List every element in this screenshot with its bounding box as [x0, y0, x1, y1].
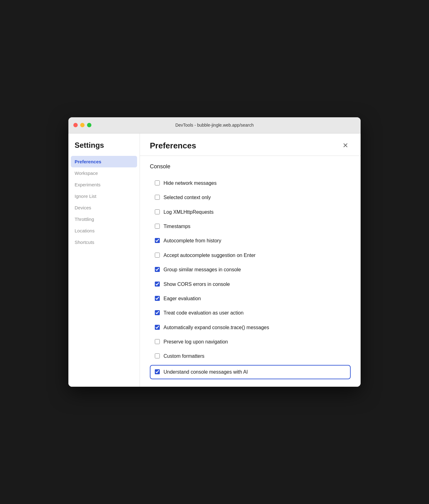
checkbox-label-log-xmlhttp: Log XMLHttpRequests	[164, 209, 214, 216]
checkbox-show-cors[interactable]	[155, 282, 160, 287]
close-traffic-light[interactable]	[73, 123, 78, 127]
sidebar-item-shortcuts[interactable]: Shortcuts	[68, 236, 140, 248]
sidebar-item-devices[interactable]: Devices	[68, 202, 140, 213]
checkbox-item-group-similar[interactable]: Group similar messages in console	[150, 263, 351, 277]
checkbox-label-show-cors: Show CORS errors in console	[164, 281, 230, 288]
checkbox-label-preserve-log: Preserve log upon navigation	[164, 338, 228, 345]
titlebar: DevTools - bubble-jingle.web.app/search	[68, 117, 361, 133]
sidebar-item-preferences[interactable]: Preferences	[71, 156, 137, 167]
traffic-lights	[73, 123, 91, 127]
sidebar-nav: PreferencesWorkspaceExperimentsIgnore Li…	[68, 156, 140, 248]
close-button[interactable]: ✕	[340, 141, 351, 150]
main-panel: Preferences ✕ Console Hide network messa…	[140, 133, 361, 387]
checkbox-item-autocomplete-history[interactable]: Autocomplete from history	[150, 234, 351, 248]
sidebar-item-experiments[interactable]: Experiments	[68, 179, 140, 190]
sidebar-item-ignore-list[interactable]: Ignore List	[68, 190, 140, 202]
maximize-traffic-light[interactable]	[87, 123, 91, 127]
checkbox-label-treat-code: Treat code evaluation as user action	[164, 310, 243, 316]
checkbox-preserve-log[interactable]	[155, 339, 160, 344]
sidebar-item-workspace[interactable]: Workspace	[68, 167, 140, 179]
minimize-traffic-light[interactable]	[80, 123, 85, 127]
page-title: Preferences	[150, 141, 196, 151]
checkbox-item-understand-console[interactable]: Understand console messages with AI	[150, 365, 351, 379]
checkbox-selected-context[interactable]	[155, 195, 160, 200]
checkbox-item-treat-code[interactable]: Treat code evaluation as user action	[150, 306, 351, 320]
content-area: Settings PreferencesWorkspaceExperiments…	[68, 133, 361, 387]
scroll-area[interactable]: Console Hide network messagesSelected co…	[140, 156, 361, 387]
checkbox-item-eager-evaluation[interactable]: Eager evaluation	[150, 292, 351, 306]
checkbox-item-timestamps[interactable]: Timestamps	[150, 219, 351, 234]
checkbox-item-accept-autocomplete[interactable]: Accept autocomplete suggestion on Enter	[150, 248, 351, 263]
checkbox-item-hide-network[interactable]: Hide network messages	[150, 176, 351, 190]
sidebar-item-throttling[interactable]: Throttling	[68, 213, 140, 225]
checkbox-log-xmlhttp[interactable]	[155, 209, 160, 214]
sidebar-item-locations[interactable]: Locations	[68, 225, 140, 236]
checkbox-item-selected-context[interactable]: Selected context only	[150, 190, 351, 205]
checkbox-eager-evaluation[interactable]	[155, 296, 160, 301]
checkbox-label-group-similar: Group similar messages in console	[164, 266, 241, 273]
window-title: DevTools - bubble-jingle.web.app/search	[175, 123, 254, 128]
checkbox-auto-expand[interactable]	[155, 325, 160, 330]
checkbox-treat-code[interactable]	[155, 310, 160, 315]
checkbox-item-show-cors[interactable]: Show CORS errors in console	[150, 277, 351, 292]
checkbox-item-log-xmlhttp[interactable]: Log XMLHttpRequests	[150, 205, 351, 219]
checkbox-autocomplete-history[interactable]	[155, 238, 160, 243]
checkbox-label-autocomplete-history: Autocomplete from history	[164, 237, 221, 244]
checkbox-label-understand-console: Understand console messages with AI	[164, 369, 248, 376]
devtools-window: DevTools - bubble-jingle.web.app/search …	[68, 117, 361, 387]
checkbox-label-auto-expand: Automatically expand console.trace() mes…	[164, 324, 269, 331]
checkbox-label-selected-context: Selected context only	[164, 194, 211, 201]
checkbox-label-accept-autocomplete: Accept autocomplete suggestion on Enter	[164, 252, 256, 259]
checkbox-item-preserve-log[interactable]: Preserve log upon navigation	[150, 335, 351, 349]
checkbox-label-eager-evaluation: Eager evaluation	[164, 295, 201, 302]
section-title: Console	[150, 163, 351, 170]
main-header: Preferences ✕	[140, 133, 361, 156]
checkbox-custom-formatters[interactable]	[155, 353, 160, 358]
checkbox-accept-autocomplete[interactable]	[155, 253, 160, 258]
checkbox-item-custom-formatters[interactable]: Custom formatters	[150, 349, 351, 363]
checkbox-label-timestamps: Timestamps	[164, 223, 191, 230]
sidebar: Settings PreferencesWorkspaceExperiments…	[68, 133, 140, 387]
checkbox-understand-console[interactable]	[155, 369, 160, 374]
checkbox-item-auto-expand[interactable]: Automatically expand console.trace() mes…	[150, 320, 351, 335]
checkbox-list: Hide network messagesSelected context on…	[150, 176, 351, 379]
checkbox-timestamps[interactable]	[155, 224, 160, 229]
checkbox-hide-network[interactable]	[155, 180, 160, 185]
checkbox-label-hide-network: Hide network messages	[164, 180, 217, 187]
checkbox-label-custom-formatters: Custom formatters	[164, 353, 205, 360]
settings-heading: Settings	[68, 141, 140, 156]
checkbox-group-similar[interactable]	[155, 267, 160, 272]
